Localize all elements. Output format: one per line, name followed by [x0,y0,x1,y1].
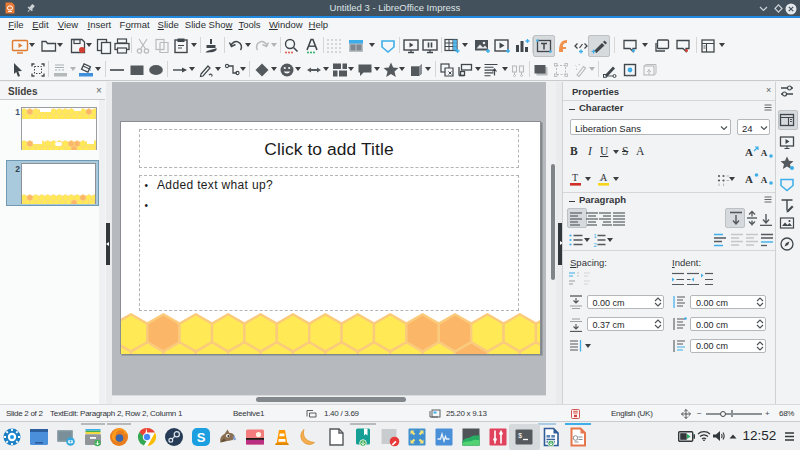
svg-text:A: A [745,146,753,158]
svg-text:$: $ [518,432,522,440]
svg-text:A: A [600,172,608,183]
svg-text:2: 2 [594,242,598,248]
svg-text:A: A [745,173,753,185]
svg-text:1: 1 [594,233,598,239]
svg-text:A: A [760,148,767,158]
svg-text:A: A [760,175,767,185]
svg-text:T: T [572,172,578,183]
svg-text:S: S [197,430,206,445]
